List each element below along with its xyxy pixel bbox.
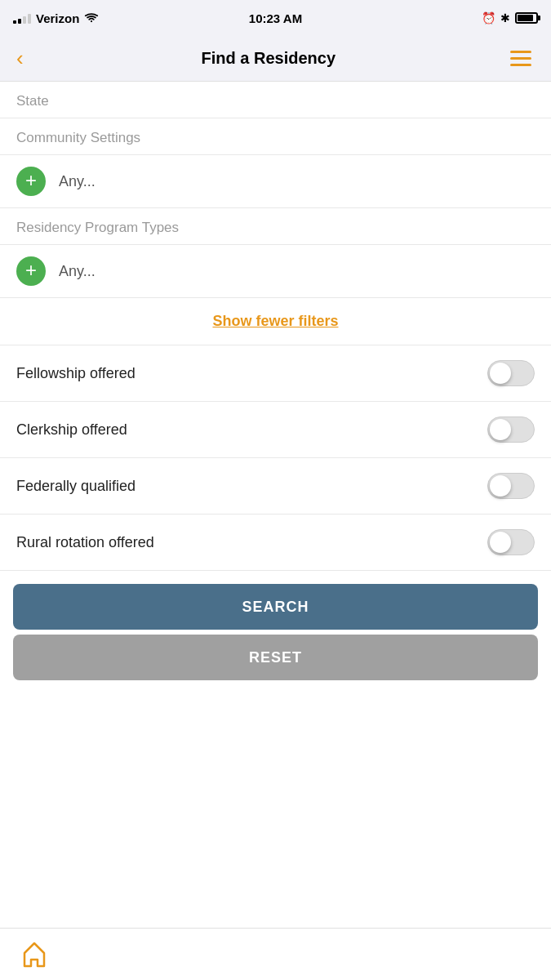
plus-icon: +	[25, 261, 37, 280]
residency-program-types-label: Residency Program Types	[0, 208, 551, 245]
hamburger-icon	[510, 57, 531, 60]
back-button[interactable]: ‹	[16, 42, 30, 74]
status-bar-right: ⏰ ✱	[482, 11, 538, 24]
main-content: State Community Settings + Any... Reside…	[0, 82, 551, 928]
add-community-settings-button[interactable]: +	[16, 167, 46, 196]
rural-rotation-offered-row: Rural rotation offered	[0, 514, 551, 571]
home-icon[interactable]	[20, 940, 49, 969]
tab-bar	[0, 928, 551, 980]
rural-rotation-offered-toggle[interactable]	[487, 529, 535, 555]
federally-qualified-toggle[interactable]	[487, 473, 535, 499]
status-bar: Verizon 10:23 AM ⏰ ✱	[0, 0, 551, 36]
signal-bars-icon	[13, 12, 31, 24]
status-bar-time: 10:23 AM	[249, 11, 302, 25]
page-title: Find a Residency	[202, 49, 336, 68]
hamburger-icon	[510, 64, 531, 66]
search-button[interactable]: SEARCH	[13, 584, 538, 630]
residency-program-types-placeholder: Any...	[59, 263, 96, 280]
show-fewer-filters-button[interactable]: Show fewer filters	[212, 313, 338, 329]
federally-qualified-label: Federally qualified	[16, 478, 136, 495]
battery-icon	[515, 12, 538, 24]
toggle-thumb	[490, 532, 511, 553]
toggle-thumb	[490, 419, 511, 440]
bluetooth-icon: ✱	[500, 11, 510, 24]
show-fewer-filters-row: Show fewer filters	[0, 298, 551, 345]
plus-icon: +	[25, 171, 37, 190]
community-settings-label: Community Settings	[0, 118, 551, 155]
clerkship-offered-label: Clerkship offered	[16, 421, 127, 439]
fellowship-offered-row: Fellowship offered	[0, 345, 551, 402]
reset-button[interactable]: RESET	[13, 635, 538, 680]
toggle-thumb	[490, 363, 511, 384]
federally-qualified-row: Federally qualified	[0, 458, 551, 514]
hamburger-icon	[510, 51, 531, 53]
state-section-label: State	[0, 82, 551, 118]
fellowship-offered-label: Fellowship offered	[16, 365, 136, 382]
menu-button[interactable]	[507, 47, 535, 69]
community-settings-row[interactable]: + Any...	[0, 155, 551, 208]
wifi-icon	[84, 12, 99, 24]
clerkship-offered-row: Clerkship offered	[0, 402, 551, 458]
carrier-label: Verizon	[36, 11, 79, 25]
status-bar-left: Verizon	[13, 11, 99, 25]
alarm-icon: ⏰	[482, 11, 495, 24]
residency-program-types-row[interactable]: + Any...	[0, 245, 551, 298]
clerkship-offered-toggle[interactable]	[487, 416, 535, 443]
fellowship-offered-toggle[interactable]	[487, 360, 535, 386]
rural-rotation-offered-label: Rural rotation offered	[16, 534, 154, 551]
add-program-types-button[interactable]: +	[16, 256, 46, 286]
toggle-thumb	[490, 475, 511, 497]
nav-header: ‹ Find a Residency	[0, 36, 551, 82]
community-settings-placeholder: Any...	[59, 173, 96, 190]
